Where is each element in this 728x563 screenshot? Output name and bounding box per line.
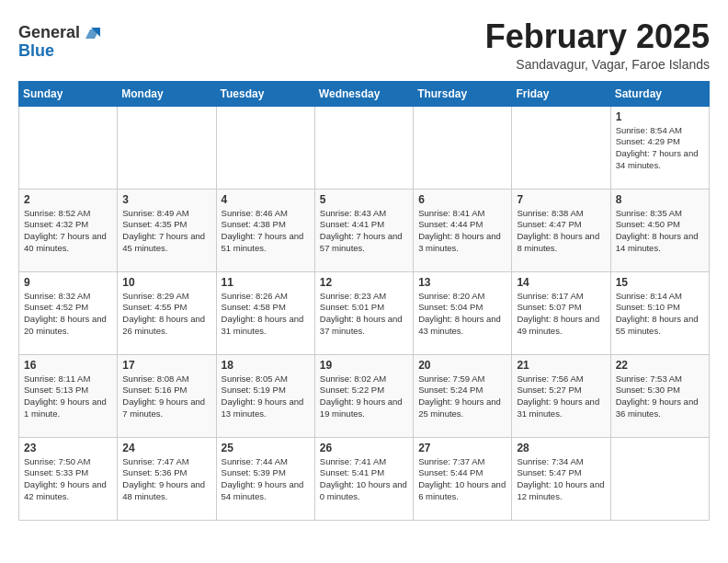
day-info: Sunrise: 8:17 AM Sunset: 5:07 PM Dayligh… — [517, 291, 605, 338]
table-row: 2Sunrise: 8:52 AM Sunset: 4:32 PM Daylig… — [19, 189, 118, 271]
day-number: 2 — [24, 193, 112, 206]
header-saturday: Saturday — [610, 81, 709, 106]
table-row: 21Sunrise: 7:56 AM Sunset: 5:27 PM Dayli… — [512, 354, 610, 437]
header-friday: Friday — [512, 81, 610, 106]
day-number: 6 — [418, 193, 506, 206]
day-info: Sunrise: 8:43 AM Sunset: 4:41 PM Dayligh… — [320, 208, 408, 255]
calendar-subtitle: Sandavagur, Vagar, Faroe Islands — [485, 57, 710, 72]
table-row: 17Sunrise: 8:08 AM Sunset: 5:16 PM Dayli… — [118, 354, 216, 437]
day-number: 24 — [122, 442, 210, 454]
table-row: 23Sunrise: 7:50 AM Sunset: 5:33 PM Dayli… — [19, 437, 118, 520]
table-row — [610, 437, 709, 520]
day-info: Sunrise: 8:02 AM Sunset: 5:22 PM Dayligh… — [320, 373, 408, 420]
header-tuesday: Tuesday — [216, 81, 314, 106]
table-row: 16Sunrise: 8:11 AM Sunset: 5:13 PM Dayli… — [19, 354, 118, 437]
table-row: 6Sunrise: 8:41 AM Sunset: 4:44 PM Daylig… — [414, 189, 512, 271]
header-wednesday: Wednesday — [314, 81, 413, 106]
day-number: 26 — [320, 442, 408, 454]
day-info: Sunrise: 8:23 AM Sunset: 5:01 PM Dayligh… — [320, 291, 408, 338]
table-row: 27Sunrise: 7:37 AM Sunset: 5:44 PM Dayli… — [414, 437, 512, 520]
day-number: 16 — [24, 359, 112, 372]
logo-general-text: General — [18, 24, 80, 40]
table-row: 13Sunrise: 8:20 AM Sunset: 5:04 PM Dayli… — [414, 271, 512, 354]
day-number: 3 — [122, 193, 210, 206]
table-row: 24Sunrise: 7:47 AM Sunset: 5:36 PM Dayli… — [118, 437, 216, 520]
table-row: 15Sunrise: 8:14 AM Sunset: 5:10 PM Dayli… — [610, 271, 709, 354]
table-row — [19, 106, 118, 189]
day-number: 25 — [222, 442, 310, 454]
day-number: 18 — [222, 359, 310, 372]
table-row: 14Sunrise: 8:17 AM Sunset: 5:07 PM Dayli… — [512, 271, 610, 354]
day-info: Sunrise: 8:52 AM Sunset: 4:32 PM Dayligh… — [24, 208, 112, 255]
logo: General Blue — [18, 22, 102, 60]
day-info: Sunrise: 8:26 AM Sunset: 4:58 PM Dayligh… — [222, 291, 310, 338]
day-info: Sunrise: 8:46 AM Sunset: 4:38 PM Dayligh… — [222, 208, 310, 255]
day-number: 23 — [24, 442, 112, 454]
day-info: Sunrise: 7:34 AM Sunset: 5:47 PM Dayligh… — [517, 456, 605, 503]
table-row — [414, 106, 512, 189]
table-row: 22Sunrise: 7:53 AM Sunset: 5:30 PM Dayli… — [610, 354, 709, 437]
day-number: 5 — [320, 193, 408, 206]
logo-icon — [82, 22, 102, 42]
day-number: 10 — [122, 276, 210, 289]
table-row: 26Sunrise: 7:41 AM Sunset: 5:41 PM Dayli… — [314, 437, 413, 520]
day-number: 27 — [418, 442, 506, 454]
day-number: 8 — [616, 193, 704, 206]
table-row: 10Sunrise: 8:29 AM Sunset: 4:55 PM Dayli… — [118, 271, 216, 354]
day-info: Sunrise: 8:05 AM Sunset: 5:19 PM Dayligh… — [222, 373, 310, 420]
table-row — [118, 106, 216, 189]
day-info: Sunrise: 8:32 AM Sunset: 4:52 PM Dayligh… — [24, 291, 112, 338]
day-info: Sunrise: 7:41 AM Sunset: 5:41 PM Dayligh… — [320, 456, 408, 503]
calendar-table: Sunday Monday Tuesday Wednesday Thursday… — [18, 81, 710, 521]
day-number: 4 — [222, 193, 310, 206]
header-sunday: Sunday — [19, 81, 118, 106]
day-info: Sunrise: 7:56 AM Sunset: 5:27 PM Dayligh… — [517, 373, 605, 420]
day-number: 14 — [517, 276, 605, 289]
day-number: 1 — [616, 110, 704, 123]
calendar-week-row: 1Sunrise: 8:54 AM Sunset: 4:29 PM Daylig… — [19, 106, 710, 189]
day-info: Sunrise: 7:44 AM Sunset: 5:39 PM Dayligh… — [222, 456, 310, 503]
day-number: 20 — [418, 359, 506, 372]
table-row: 8Sunrise: 8:35 AM Sunset: 4:50 PM Daylig… — [610, 189, 709, 271]
day-info: Sunrise: 8:49 AM Sunset: 4:35 PM Dayligh… — [122, 208, 210, 255]
table-row: 9Sunrise: 8:32 AM Sunset: 4:52 PM Daylig… — [19, 271, 118, 354]
weekday-header-row: Sunday Monday Tuesday Wednesday Thursday… — [19, 81, 710, 106]
day-number: 17 — [122, 359, 210, 372]
table-row: 12Sunrise: 8:23 AM Sunset: 5:01 PM Dayli… — [314, 271, 413, 354]
header-thursday: Thursday — [414, 81, 512, 106]
day-info: Sunrise: 8:35 AM Sunset: 4:50 PM Dayligh… — [616, 208, 704, 255]
day-info: Sunrise: 8:54 AM Sunset: 4:29 PM Dayligh… — [616, 125, 704, 172]
day-info: Sunrise: 8:08 AM Sunset: 5:16 PM Dayligh… — [122, 373, 210, 420]
day-info: Sunrise: 8:20 AM Sunset: 5:04 PM Dayligh… — [418, 291, 506, 338]
logo-blue-text: Blue — [18, 41, 54, 60]
day-info: Sunrise: 8:29 AM Sunset: 4:55 PM Dayligh… — [122, 291, 210, 338]
table-row — [314, 106, 413, 189]
day-number: 7 — [517, 193, 605, 206]
calendar-week-row: 16Sunrise: 8:11 AM Sunset: 5:13 PM Dayli… — [19, 354, 710, 437]
table-row: 20Sunrise: 7:59 AM Sunset: 5:24 PM Dayli… — [414, 354, 512, 437]
title-block: February 2025 Sandavagur, Vagar, Faroe I… — [485, 18, 710, 72]
day-number: 22 — [616, 359, 704, 372]
day-number: 15 — [616, 276, 704, 289]
day-number: 12 — [320, 276, 408, 289]
day-info: Sunrise: 7:59 AM Sunset: 5:24 PM Dayligh… — [418, 373, 506, 420]
day-number: 28 — [517, 442, 605, 454]
table-row: 28Sunrise: 7:34 AM Sunset: 5:47 PM Dayli… — [512, 437, 610, 520]
calendar-title: February 2025 — [485, 18, 710, 55]
calendar-week-row: 23Sunrise: 7:50 AM Sunset: 5:33 PM Dayli… — [19, 437, 710, 520]
day-info: Sunrise: 8:14 AM Sunset: 5:10 PM Dayligh… — [616, 291, 704, 338]
day-info: Sunrise: 7:53 AM Sunset: 5:30 PM Dayligh… — [616, 373, 704, 420]
table-row — [512, 106, 610, 189]
table-row: 5Sunrise: 8:43 AM Sunset: 4:41 PM Daylig… — [314, 189, 413, 271]
day-info: Sunrise: 8:38 AM Sunset: 4:47 PM Dayligh… — [517, 208, 605, 255]
table-row: 1Sunrise: 8:54 AM Sunset: 4:29 PM Daylig… — [610, 106, 709, 189]
table-row: 25Sunrise: 7:44 AM Sunset: 5:39 PM Dayli… — [216, 437, 314, 520]
day-number: 21 — [517, 359, 605, 372]
table-row: 7Sunrise: 8:38 AM Sunset: 4:47 PM Daylig… — [512, 189, 610, 271]
day-info: Sunrise: 7:47 AM Sunset: 5:36 PM Dayligh… — [122, 456, 210, 503]
day-number: 11 — [222, 276, 310, 289]
day-number: 13 — [418, 276, 506, 289]
table-row: 18Sunrise: 8:05 AM Sunset: 5:19 PM Dayli… — [216, 354, 314, 437]
calendar-week-row: 9Sunrise: 8:32 AM Sunset: 4:52 PM Daylig… — [19, 271, 710, 354]
table-row: 4Sunrise: 8:46 AM Sunset: 4:38 PM Daylig… — [216, 189, 314, 271]
